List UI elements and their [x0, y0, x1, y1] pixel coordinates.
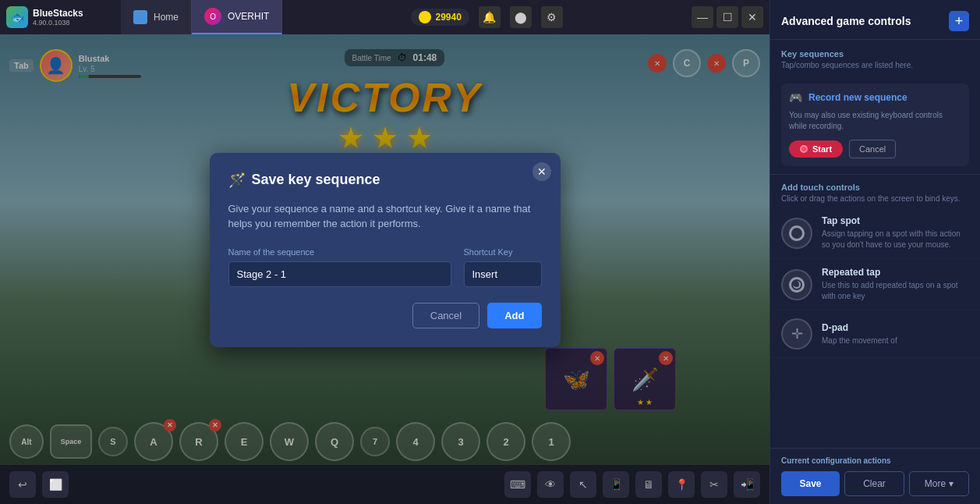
dpad-name: D-pad — [822, 322, 969, 333]
modal-title: Save key sequence — [252, 172, 380, 188]
game-tab-avatar: O — [204, 8, 221, 25]
modal-wand-icon: 🪄 — [228, 172, 246, 189]
tap-spot-thumb — [781, 218, 812, 249]
right-panel: Advanced game controls + Key sequences T… — [769, 0, 980, 504]
minimize-btn[interactable]: — — [692, 6, 713, 28]
title-bar: 🐟 BlueStacks 4.90.0.1038 Home O OVERHIT … — [0, 0, 769, 34]
dpad-info: D-pad Map the movement of — [822, 322, 969, 346]
record-dot — [800, 145, 808, 153]
record-title: Record new sequence — [808, 92, 907, 103]
record-section: 🎮 Record new sequence You may also use e… — [781, 83, 969, 166]
status-bar: ↩ ⬜ ⌨ 👁 ↖ 📱 🖥 📍 ✂ 📲 — [0, 465, 769, 504]
panel-add-btn[interactable]: + — [949, 11, 969, 31]
key-sequences-section: Key sequences Tap/combo sequences are li… — [770, 40, 980, 83]
keyboard-btn[interactable]: ⌨ — [504, 471, 531, 498]
tap-spot-info: Tap spot Assign tapping on a spot with t… — [822, 215, 969, 250]
game-tab-label: OVERHIT — [228, 11, 269, 22]
pin-btn[interactable]: 📍 — [668, 471, 695, 498]
panel-bottom-bar: Current configuration actions Save Clear… — [770, 448, 980, 504]
app-logo-icon: 🐟 — [6, 6, 28, 28]
shortcut-input[interactable] — [464, 261, 542, 287]
scissors-btn[interactable]: ✂ — [701, 471, 727, 498]
app-version: 4.90.0.1038 — [33, 19, 83, 27]
touch-title: Add touch controls — [781, 183, 969, 192]
clear-btn[interactable]: Clear — [844, 471, 904, 496]
touch-sub: Click or drag the actions on the screen … — [781, 194, 969, 203]
record-icon: 🎮 — [789, 91, 802, 104]
dpad-item[interactable]: ✛ D-pad Map the movement of — [770, 311, 980, 358]
modal-add-btn[interactable]: Add — [487, 303, 541, 328]
config-title: Current configuration actions — [781, 456, 969, 465]
modal-close-btn[interactable]: ✕ — [532, 162, 551, 181]
tap-spot-desc: Assign tapping on a spot with this actio… — [822, 229, 969, 250]
modal-description: Give your sequence a name and a shortcut… — [228, 201, 542, 232]
shortcut-field: Shortcut Key — [464, 247, 542, 287]
repeated-tap-thumb-wrap — [781, 269, 812, 300]
screen-btn[interactable]: 📱 — [603, 471, 629, 498]
status-center: ⌨ 👁 ↖ 📱 🖥 📍 ✂ 📲 — [504, 471, 760, 498]
camera-btn[interactable]: ⬤ — [510, 6, 532, 28]
more-label: More — [925, 478, 946, 489]
cursor-btn[interactable]: ↖ — [570, 471, 596, 498]
close-btn[interactable]: ✕ — [741, 6, 763, 28]
dpad-desc: Map the movement of — [822, 335, 969, 346]
app-name: BlueStacks — [33, 8, 83, 19]
name-label: Name of the sequence — [228, 247, 451, 257]
key-sequences-sub: Tap/combo sequences are listed here. — [781, 61, 969, 69]
notification-btn[interactable]: 🔔 — [479, 6, 501, 28]
coin-display: 29940 — [411, 9, 469, 26]
modal-overlay: 🪄 Save key sequence ✕ Give your sequence… — [0, 34, 769, 465]
repeated-tap-name: Repeated tap — [822, 267, 969, 278]
more-chevron: ▾ — [949, 478, 953, 489]
touch-controls-header: Add touch controls Click or drag the act… — [770, 174, 980, 208]
repeated-tap-desc: Use this to add repeated taps on a spot … — [822, 280, 969, 302]
back-btn[interactable]: ↩ — [9, 471, 36, 498]
repeated-tap-circle — [789, 277, 805, 293]
game-tab[interactable]: O OVERHIT — [192, 0, 282, 34]
status-left: ↩ ⬜ — [9, 471, 69, 498]
record-desc: You may also use existing keyboard contr… — [789, 110, 961, 132]
home-btn[interactable]: ⬜ — [42, 471, 69, 498]
tap-spot-circle — [789, 225, 805, 241]
sequence-name-field: Name of the sequence — [228, 247, 451, 287]
key-sequences-title: Key sequences — [781, 49, 969, 59]
maximize-btn[interactable]: ☐ — [716, 6, 738, 28]
shortcut-label: Shortcut Key — [464, 247, 542, 257]
coin-icon — [419, 11, 431, 23]
save-btn[interactable]: Save — [781, 471, 840, 496]
dpad-thumb-wrap: ✛ — [781, 318, 812, 350]
panel-bottom-actions: Save Clear More ▾ — [781, 471, 969, 496]
save-sequence-dialog: 🪄 Save key sequence ✕ Give your sequence… — [210, 153, 561, 347]
window-controls: — ☐ ✕ — [692, 6, 769, 28]
start-label: Start — [812, 144, 832, 154]
app-logo: 🐟 BlueStacks 4.90.0.1038 — [0, 6, 121, 28]
start-btn[interactable]: Start — [789, 140, 843, 158]
home-tab-label: Home — [154, 12, 179, 23]
home-tab[interactable]: Home — [121, 0, 192, 34]
title-bar-center: 29940 🔔 ⬤ ⚙ — [282, 6, 692, 28]
panel-header: Advanced game controls + — [770, 0, 980, 40]
modal-actions: Cancel Add — [228, 303, 542, 328]
more-btn[interactable]: More ▾ — [909, 471, 969, 496]
record-header: 🎮 Record new sequence — [789, 91, 961, 104]
modal-fields: Name of the sequence Shortcut Key — [228, 247, 542, 287]
tap-spot-name: Tap spot — [822, 215, 969, 226]
eye-btn[interactable]: 👁 — [537, 471, 564, 498]
dpad-icon: ✛ — [791, 325, 803, 343]
home-tab-icon — [133, 10, 147, 24]
settings-btn[interactable]: ⚙ — [541, 6, 563, 28]
panel-title: Advanced game controls — [781, 15, 911, 27]
record-cancel-btn[interactable]: Cancel — [849, 140, 896, 158]
modal-title-row: 🪄 Save key sequence — [228, 172, 542, 189]
device-btn[interactable]: 📲 — [734, 471, 760, 498]
record-actions: Start Cancel — [789, 140, 961, 158]
repeated-tap-info: Repeated tap Use this to add repeated ta… — [822, 267, 969, 302]
repeated-tap-item[interactable]: Repeated tap Use this to add repeated ta… — [770, 259, 980, 311]
tap-spot-item[interactable]: Tap spot Assign tapping on a spot with t… — [770, 208, 980, 259]
modal-cancel-btn[interactable]: Cancel — [412, 303, 479, 328]
game-area: 🐟 BlueStacks 4.90.0.1038 Home O OVERHIT … — [0, 0, 769, 504]
screen2-btn[interactable]: 🖥 — [635, 471, 662, 498]
coin-amount: 29940 — [435, 12, 461, 23]
name-input[interactable] — [228, 261, 451, 287]
